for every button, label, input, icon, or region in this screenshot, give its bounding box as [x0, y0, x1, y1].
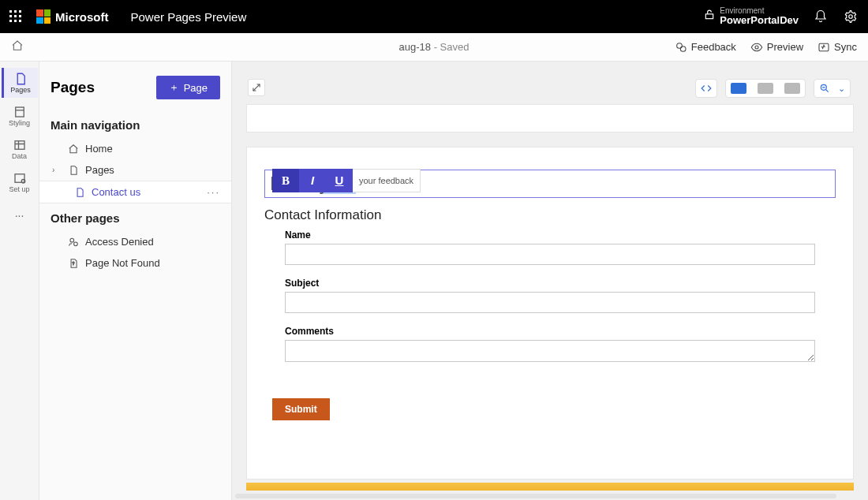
rail-setup[interactable]: Set up: [2, 167, 38, 197]
svg-rect-7: [15, 141, 24, 150]
sync-button[interactable]: Sync: [817, 41, 857, 54]
italic-button[interactable]: I: [299, 169, 326, 192]
desktop-icon[interactable]: [731, 83, 746, 94]
zoom-control[interactable]: ⌄: [814, 79, 851, 98]
main-nav-tree: Home › Pages Contact us ···: [39, 138, 231, 203]
plus-icon: ＋: [169, 80, 179, 95]
product-name: Power Pages Preview: [131, 10, 247, 24]
subject-input[interactable]: [285, 292, 815, 313]
tree-item-home[interactable]: Home: [39, 138, 231, 159]
name-label: Name: [285, 229, 815, 241]
workspace: Pages Styling Data Set up ··· Pages ＋ Pa…: [0, 62, 868, 500]
rail-setup-label: Set up: [9, 185, 29, 193]
rail-data[interactable]: Data: [2, 134, 38, 164]
mobile-icon[interactable]: [784, 83, 800, 94]
preview-label: Preview: [767, 41, 803, 53]
svg-text:?: ?: [73, 261, 75, 266]
page-section-form[interactable]: B I U your feedback Fill in your details…: [246, 147, 854, 479]
rail-more[interactable]: ···: [2, 200, 38, 230]
tree-item-label: Home: [85, 143, 113, 155]
text-format-toolbar: B I U your feedback: [272, 169, 421, 192]
environment-picker[interactable]: Environment PowerPortalDev: [704, 6, 799, 26]
tree-item-contact-us[interactable]: Contact us ···: [39, 181, 231, 203]
notifications-icon[interactable]: [813, 9, 829, 24]
zoom-icon: [819, 83, 830, 94]
sidebar-title: Pages: [51, 79, 95, 96]
microsoft-logo-icon: [36, 9, 51, 24]
subject-label: Subject: [285, 278, 815, 289]
feedback-button[interactable]: Feedback: [675, 41, 736, 54]
design-canvas[interactable]: ⌄ B I U your feedback Fill in your detai…: [232, 62, 868, 500]
settings-icon[interactable]: [843, 9, 859, 24]
comments-label: Comments: [285, 326, 815, 337]
svg-point-4: [755, 46, 758, 49]
pages-sidebar: Pages ＋ Page Main navigation Home › Page…: [39, 62, 232, 500]
other-pages-tree: Access Denied ? Page Not Found: [39, 231, 231, 274]
nav-rail: Pages Styling Data Set up ···: [0, 62, 39, 500]
section-main-nav: Main navigation: [39, 110, 231, 138]
code-icon: [701, 83, 712, 94]
submit-button[interactable]: Submit: [272, 398, 330, 420]
document-title: aug-18 - Saved: [399, 41, 470, 53]
section-other-pages: Other pages: [39, 203, 231, 231]
toolbar-caption: your feedback: [353, 169, 421, 192]
document-status: - Saved: [431, 41, 469, 53]
tree-item-access-denied[interactable]: Access Denied: [39, 231, 231, 252]
svg-rect-8: [15, 174, 24, 183]
home-icon: [68, 144, 79, 155]
svg-rect-6: [15, 107, 24, 117]
tree-item-more-icon[interactable]: ···: [207, 186, 220, 198]
chevron-down-icon: ⌄: [838, 84, 845, 94]
home-icon[interactable]: [11, 39, 24, 54]
device-toggle[interactable]: [725, 79, 806, 98]
horizontal-scrollbar[interactable]: [235, 494, 836, 498]
global-header: Microsoft Power Pages Preview Environmen…: [0, 0, 868, 33]
chevron-right-icon[interactable]: ›: [52, 166, 54, 174]
command-bar: aug-18 - Saved Feedback Preview Sync: [0, 33, 868, 62]
tablet-icon[interactable]: [758, 83, 773, 94]
form-group-name: Name: [285, 229, 815, 265]
tree-item-page-not-found[interactable]: ? Page Not Found: [39, 252, 231, 274]
brand-name: Microsoft: [55, 10, 109, 24]
app-launcher-icon[interactable]: [9, 10, 22, 23]
canvas-toolbar: ⌄: [695, 79, 851, 98]
page-icon: [74, 187, 85, 198]
add-page-label: Page: [184, 82, 208, 94]
underline-button[interactable]: U: [326, 169, 353, 192]
document-name: aug-18: [399, 41, 431, 53]
tree-item-label: Page Not Found: [85, 257, 160, 269]
bold-button[interactable]: B: [272, 169, 299, 192]
svg-point-1: [849, 15, 853, 19]
page-question-icon: ?: [68, 258, 79, 269]
tree-item-pages[interactable]: › Pages: [39, 159, 231, 181]
form-group-comments: Comments: [285, 326, 815, 365]
code-view-button[interactable]: [695, 79, 717, 98]
svg-point-3: [680, 46, 686, 51]
tree-item-label: Contact us: [92, 186, 140, 198]
rail-pages[interactable]: Pages: [2, 68, 38, 98]
preview-button[interactable]: Preview: [750, 41, 803, 54]
page-section-top[interactable]: [246, 104, 854, 132]
lock-person-icon: [68, 237, 79, 248]
name-input[interactable]: [285, 244, 815, 265]
add-page-button[interactable]: ＋ Page: [156, 76, 220, 99]
sync-label: Sync: [834, 41, 857, 53]
page-icon: [68, 165, 79, 176]
tree-item-label: Pages: [85, 164, 114, 176]
rail-pages-label: Pages: [10, 86, 31, 94]
environment-name: PowerPortalDev: [720, 15, 799, 26]
svg-point-10: [70, 238, 74, 242]
resize-handle-icon[interactable]: [248, 79, 265, 96]
page-section-footer[interactable]: [246, 483, 854, 491]
svg-rect-0: [706, 14, 713, 19]
rail-styling[interactable]: Styling: [2, 101, 38, 131]
form-section-title: Contact Information: [264, 207, 836, 223]
rail-data-label: Data: [12, 152, 27, 160]
tree-item-label: Access Denied: [85, 236, 154, 248]
comments-input[interactable]: [285, 340, 815, 362]
form-group-subject: Subject: [285, 278, 815, 313]
svg-point-11: [74, 242, 78, 246]
feedback-label: Feedback: [691, 41, 736, 53]
rail-styling-label: Styling: [9, 119, 30, 127]
